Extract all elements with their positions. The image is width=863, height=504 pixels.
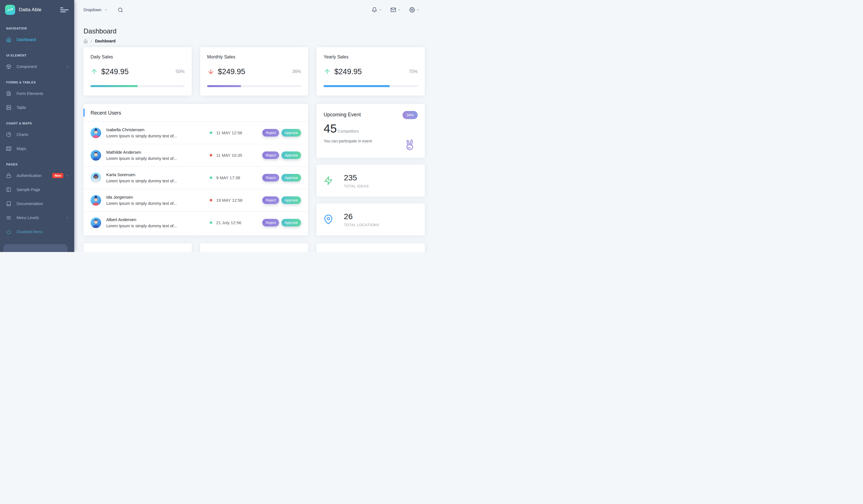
sidebar-item-label: Form Elements <box>16 91 69 96</box>
avatar <box>90 195 101 206</box>
dropdown-trigger[interactable]: Dropdown <box>84 8 101 12</box>
recent-users-card: Recent Users Isabella Christensen Lorem … <box>84 104 308 235</box>
peace-hand-icon <box>403 137 417 153</box>
page-content: Dashboard / Dashboard Daily Sales $249.9… <box>74 20 432 252</box>
chevron-right-icon <box>66 65 69 68</box>
row-time: 9 MAY 17:38 <box>216 175 240 180</box>
box-icon <box>6 64 11 69</box>
settings-menu[interactable] <box>409 7 420 13</box>
total-locations-card: 26 TOTAL LOCATIONS <box>316 203 425 235</box>
sidebar-item-label: Menu Levels <box>16 216 66 220</box>
arrow-down-icon <box>207 68 214 75</box>
daily-sales-card: Daily Sales $249.95 50% <box>84 47 192 95</box>
status-dot <box>210 177 212 179</box>
sidebar-item-charts[interactable]: Charts <box>0 128 74 142</box>
sidebar-item-dashboard[interactable]: Dashboard <box>0 33 74 47</box>
nav-section-label: UI ELEMENT <box>0 47 74 60</box>
sidebar-item-form-elements[interactable]: Form Elements <box>0 87 74 101</box>
partial-card <box>84 243 192 252</box>
nav-section-label: FORMS & TABLES <box>0 74 74 87</box>
reject-button[interactable]: Reject <box>262 152 279 159</box>
avatar <box>90 150 101 161</box>
table-row: Albert Andersen Lorem Ipsum is simply du… <box>84 211 308 234</box>
messages-menu[interactable] <box>390 7 401 13</box>
sidebar-nav: NAVIGATION Dashboard UI ELEMENT Componen… <box>0 20 74 239</box>
brand-name[interactable]: Datta Able <box>19 7 60 13</box>
sidebar-item-label: Authentication <box>16 173 52 178</box>
notifications-menu[interactable] <box>372 7 382 13</box>
sidebar-item-label: Dashboard <box>16 37 69 42</box>
map-pin-icon <box>324 215 333 224</box>
server-icon <box>6 105 11 110</box>
main-area: Dropdown Dashb <box>74 0 432 252</box>
nav-section-label: CHART & MAPS <box>0 115 74 128</box>
chevron-right-icon <box>66 216 69 219</box>
sidebar-item-documentation[interactable]: Documentation <box>0 197 74 211</box>
stat-title: Daily Sales <box>90 54 185 60</box>
sidebar-item-label: Documentation <box>16 202 69 206</box>
status-dot <box>210 154 212 156</box>
user-desc: Lorem Ipsum is simply dummy text of... <box>106 223 204 229</box>
sidebar-item-disabled-menu[interactable]: Disabled Menu <box>0 225 74 239</box>
stat-title: Monthly Sales <box>207 54 301 60</box>
breadcrumb-separator: / <box>91 39 92 43</box>
status-dot <box>210 199 212 202</box>
sidebar-layout-icon <box>6 187 11 192</box>
bell-icon <box>372 7 377 13</box>
partial-card <box>316 243 425 252</box>
table-row: Mathilde Andersen Lorem Ipsum is simply … <box>84 144 308 166</box>
user-desc: Lorem Ipsum is simply dummy text of... <box>106 178 204 184</box>
sidebar-item-component[interactable]: Component <box>0 60 74 74</box>
progress-bar <box>324 85 418 87</box>
total-label: TOTAL IDEAS <box>344 184 368 188</box>
sidebar: Datta Able NAVIGATION Dashboard UI ELEME… <box>0 0 74 252</box>
sidebar-item-authentication[interactable]: Authentication New <box>0 169 74 183</box>
stat-percent: 36% <box>292 69 301 74</box>
event-title: Upcoming Event <box>324 111 361 118</box>
zap-icon <box>324 176 333 185</box>
approve-button[interactable]: Approve <box>282 152 301 159</box>
book-icon <box>6 201 11 206</box>
row-time: 11 MAY 10:35 <box>216 153 242 158</box>
breadcrumb-home-icon[interactable] <box>84 39 88 43</box>
sidebar-item-maps[interactable]: Maps <box>0 142 74 156</box>
reject-button[interactable]: Reject <box>262 129 279 137</box>
approve-button[interactable]: Approve <box>282 129 301 137</box>
approve-button[interactable]: Approve <box>282 196 301 204</box>
chevron-right-icon <box>66 174 69 177</box>
gear-icon <box>409 7 415 13</box>
reject-button[interactable]: Reject <box>262 219 279 227</box>
sidebar-header: Datta Able <box>0 0 74 20</box>
file-text-icon <box>6 91 11 96</box>
reject-button[interactable]: Reject <box>262 196 279 204</box>
sidebar-item-menu-levels[interactable]: Menu Levels <box>0 211 74 225</box>
row-time: 11 MAY 12:56 <box>216 130 242 135</box>
approve-button[interactable]: Approve <box>282 174 301 181</box>
upcoming-event-card: Upcoming Event 34% 45 Competitors You ca… <box>316 104 425 158</box>
sidebar-item-sample-page[interactable]: Sample Page <box>0 183 74 197</box>
total-ideas-card: 235 TOTAL IDEAS <box>316 165 425 197</box>
menu-icon <box>6 215 11 220</box>
sidebar-bottom-card <box>3 244 67 252</box>
event-count: 45 <box>324 122 337 135</box>
sidebar-collapse-icon[interactable] <box>60 6 69 13</box>
topbar: Dropdown <box>74 0 432 20</box>
breadcrumb: / Dashboard <box>84 39 425 43</box>
stat-value: $249.95 <box>101 67 129 76</box>
reject-button[interactable]: Reject <box>262 174 279 181</box>
nav-section-label: NAVIGATION <box>0 20 74 33</box>
approve-button[interactable]: Approve <box>282 219 301 227</box>
user-name: Isabella Christensen <box>106 127 204 133</box>
trending-up-icon <box>7 7 13 13</box>
page-title: Dashboard <box>84 27 425 35</box>
chevron-down-icon[interactable] <box>104 8 108 12</box>
table-row: Isabella Christensen Lorem Ipsum is simp… <box>84 121 308 144</box>
row-time: 19 MAY 12:56 <box>216 198 242 203</box>
sidebar-item-table[interactable]: Table <box>0 101 74 115</box>
brand-logo[interactable] <box>5 5 15 15</box>
event-count-label: Competitors <box>338 129 359 133</box>
power-icon <box>6 229 11 234</box>
yearly-sales-card: Yearly Sales $249.95 70% <box>316 47 425 95</box>
search-icon[interactable] <box>118 7 123 13</box>
table-row: Karla Sorensen Lorem Ipsum is simply dum… <box>84 166 308 189</box>
